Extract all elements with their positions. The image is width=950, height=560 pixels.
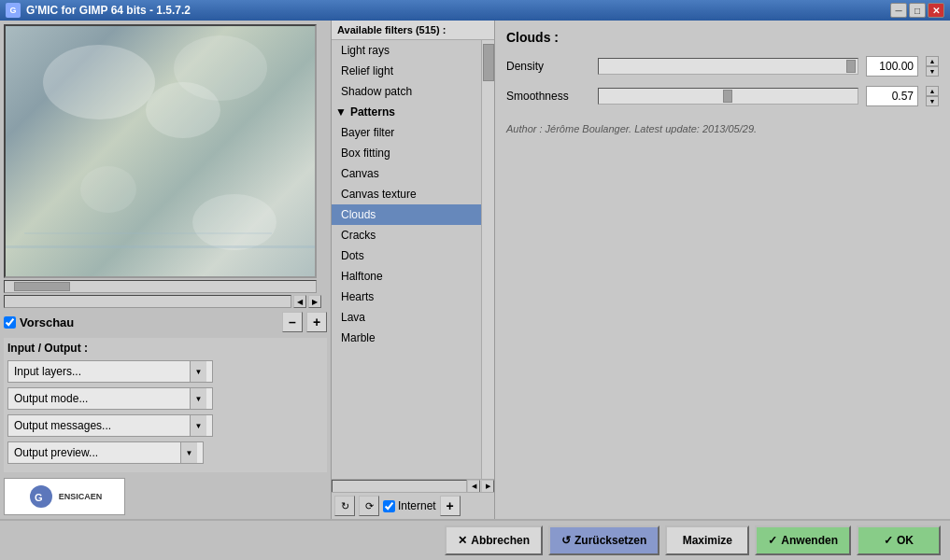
hscroll-right-btn[interactable]: ▶: [481, 480, 494, 493]
ok-label: OK: [897, 534, 914, 547]
smoothness-slider[interactable]: [598, 88, 858, 105]
filter-item-marble[interactable]: Marble: [332, 328, 481, 348]
abbrechen-icon: ✕: [458, 534, 467, 547]
top-area: ◀ ▶ Vorschau – + Input / Output :: [0, 21, 950, 519]
filter-header: Available filters (515) :: [332, 21, 494, 40]
filter-vscroll-thumb: [483, 44, 494, 81]
svg-text:G: G: [35, 492, 43, 503]
zuruecksetzen-button[interactable]: ↺ Zurücksetzen: [548, 525, 659, 555]
filter-item-shadow-patch[interactable]: Shadow patch: [332, 81, 481, 102]
internet-checkbox[interactable]: [383, 500, 395, 512]
close-button[interactable]: ✕: [928, 3, 944, 18]
abbrechen-label: Abbrechen: [471, 534, 530, 547]
middle-panel: Available filters (515) : Light rays Rel…: [332, 21, 495, 519]
density-spin-up[interactable]: ▲: [926, 56, 939, 66]
input-layers-row: Input layers... ▼: [7, 360, 323, 383]
output-mode-label: Output mode...: [14, 392, 88, 405]
density-value: 100.00: [866, 56, 918, 77]
maximize-label: Maximize: [683, 534, 732, 547]
scroll-right-btn[interactable]: ▶: [308, 295, 321, 308]
window-title: G'MIC for GIMP 64 bits - 1.5.7.2: [26, 4, 191, 17]
smoothness-spin-down[interactable]: ▼: [926, 96, 939, 106]
smoothness-label: Smoothness: [506, 90, 590, 103]
filter-item-bayer-filter[interactable]: Bayer filter: [332, 122, 481, 143]
logo: G ENSICAEN: [4, 478, 125, 515]
io-title: Input / Output :: [7, 342, 323, 355]
output-preview-dropdown[interactable]: Output preview... ▼: [7, 441, 204, 464]
preview-checkbox-label[interactable]: Vorschau: [4, 315, 74, 329]
canvas-hscroll[interactable]: [4, 280, 317, 293]
zoom-minus-btn[interactable]: –: [282, 312, 303, 332]
smoothness-value: 0.57: [866, 86, 918, 106]
ok-button[interactable]: ✓ OK: [857, 525, 941, 555]
filter-category-patterns[interactable]: ▼ Patterns: [332, 102, 481, 122]
output-messages-arrow: ▼: [190, 415, 206, 436]
image-preview: [6, 26, 315, 276]
category-arrow: ▼: [335, 105, 347, 119]
smoothness-spinner[interactable]: ▲ ▼: [926, 86, 939, 106]
filter-item-clouds[interactable]: Clouds: [332, 204, 481, 225]
output-messages-label: Output messages...: [14, 419, 111, 432]
category-label: Patterns: [350, 105, 395, 119]
density-spin-down[interactable]: ▼: [926, 66, 939, 77]
param-title: Clouds :: [506, 30, 939, 45]
add-filter-btn[interactable]: +: [440, 496, 461, 516]
main-window: ◀ ▶ Vorschau – + Input / Output :: [0, 21, 950, 560]
minimize-button[interactable]: ─: [890, 3, 907, 18]
input-layers-arrow: ▼: [190, 361, 206, 382]
app-icon: G: [6, 3, 21, 18]
density-row: Density 100.00 ▲ ▼: [506, 56, 939, 77]
density-spinner[interactable]: ▲ ▼: [926, 56, 939, 77]
input-layers-label: Input layers...: [14, 365, 81, 378]
internet-checkbox-label[interactable]: Internet: [383, 499, 436, 512]
output-mode-dropdown[interactable]: Output mode... ▼: [7, 387, 213, 410]
zuruecksetzen-label: Zurücksetzen: [574, 534, 646, 547]
anwenden-button[interactable]: ✓ Anwenden: [755, 525, 851, 555]
filter-item-canvas-texture[interactable]: Canvas texture: [332, 184, 481, 204]
maximize-button[interactable]: □: [909, 3, 926, 18]
right-panel: Clouds : Density 100.00 ▲ ▼ Smoothness: [495, 21, 950, 519]
input-layers-dropdown[interactable]: Input layers... ▼: [7, 360, 213, 383]
density-slider[interactable]: [598, 58, 858, 75]
title-bar: G G'MIC for GIMP 64 bits - 1.5.7.2 ─ □ ✕: [0, 0, 950, 21]
filter-item-hearts[interactable]: Hearts: [332, 287, 481, 307]
left-panel: ◀ ▶ Vorschau – + Input / Output :: [0, 21, 332, 519]
output-preview-arrow: ▼: [180, 442, 197, 463]
author-info: Author : Jérôme Boulanger. Latest update…: [506, 123, 939, 134]
filter-item-cracks[interactable]: Cracks: [332, 225, 481, 245]
scrollbar-row: ◀ ▶: [4, 295, 327, 308]
density-label: Density: [506, 60, 590, 73]
filter-item-box-fitting[interactable]: Box fitting: [332, 143, 481, 163]
abbrechen-button[interactable]: ✕ Abbrechen: [445, 525, 543, 555]
output-messages-row: Output messages... ▼: [7, 414, 323, 437]
anwenden-label: Anwenden: [781, 534, 838, 547]
filter-item-canvas[interactable]: Canvas: [332, 163, 481, 184]
filter-count-label: Available filters (515) :: [337, 24, 446, 35]
scroll-left-btn[interactable]: ◀: [293, 295, 306, 308]
hscroll-left-btn[interactable]: ◀: [467, 480, 480, 493]
filter-item-dots[interactable]: Dots: [332, 245, 481, 266]
preview-checkbox[interactable]: [4, 316, 16, 329]
bottom-bar: ✕ Abbrechen ↺ Zurücksetzen Maximize ✓ An…: [0, 519, 950, 560]
logo-area: G ENSICAEN: [4, 478, 327, 515]
filter-item-lava[interactable]: Lava: [332, 307, 481, 328]
preview-label: Vorschau: [20, 315, 74, 329]
refresh-icon-btn[interactable]: ⟳: [359, 496, 379, 516]
zuruecksetzen-icon: ↺: [561, 534, 571, 547]
maximize-button[interactable]: Maximize: [665, 525, 749, 555]
preview-controls: Vorschau – +: [4, 312, 327, 332]
filter-item-light-rays[interactable]: Light rays: [332, 40, 481, 61]
filter-vscroll[interactable]: [481, 40, 494, 479]
smoothness-spin-up[interactable]: ▲: [926, 86, 939, 96]
anwenden-icon: ✓: [768, 534, 777, 547]
canvas-hscroll2[interactable]: [4, 295, 291, 308]
filter-item-halftone[interactable]: Halftone: [332, 266, 481, 287]
zoom-plus-btn[interactable]: +: [306, 312, 327, 332]
output-messages-dropdown[interactable]: Output messages... ▼: [7, 414, 213, 437]
output-preview-label: Output preview...: [14, 446, 98, 459]
reset-icon-btn[interactable]: ↻: [334, 496, 355, 516]
output-preview-row: Output preview... ▼: [7, 441, 323, 464]
filter-item-relief-light[interactable]: Relief light: [332, 61, 481, 81]
io-section: Input / Output : Input layers... ▼ Outpu…: [4, 338, 327, 472]
filter-list: Light rays Relief light Shadow patch ▼ P…: [332, 40, 481, 479]
